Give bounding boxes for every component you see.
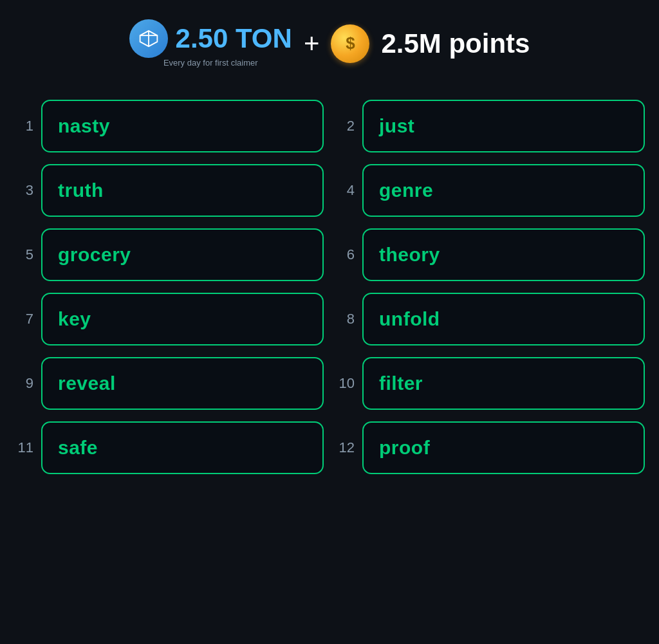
word-box[interactable]: truth	[41, 164, 324, 217]
ton-icon	[129, 19, 168, 58]
word-number: 3	[14, 182, 33, 199]
word-number: 4	[335, 182, 355, 199]
word-number: 2	[335, 118, 355, 134]
word-text: theory	[379, 244, 440, 265]
points-amount: 2.5M points	[381, 28, 530, 59]
word-row: 8unfold	[335, 293, 645, 345]
word-text: filter	[379, 373, 423, 394]
word-text: reveal	[58, 373, 116, 394]
word-row: 1nasty	[14, 100, 324, 152]
word-box[interactable]: nasty	[41, 100, 324, 152]
word-number: 7	[14, 311, 33, 327]
word-box[interactable]: key	[41, 293, 324, 345]
word-box[interactable]: safe	[41, 421, 324, 474]
word-text: key	[58, 308, 91, 329]
header: 2.50 TON Every day for first claimer + $…	[129, 19, 530, 68]
word-box[interactable]: just	[362, 100, 645, 152]
word-row: 5grocery	[14, 228, 324, 281]
ton-section: 2.50 TON Every day for first claimer	[129, 19, 292, 68]
word-box[interactable]: reveal	[41, 357, 324, 410]
word-box[interactable]: genre	[362, 164, 645, 217]
words-grid: 1nasty2just3truth4genre5grocery6theory7k…	[14, 100, 645, 474]
word-text: nasty	[58, 115, 110, 136]
word-row: 4genre	[335, 164, 645, 217]
word-row: 11safe	[14, 421, 324, 474]
word-number: 6	[335, 246, 355, 263]
word-row: 10filter	[335, 357, 645, 410]
ton-subtitle: Every day for first claimer	[163, 58, 258, 68]
word-row: 3truth	[14, 164, 324, 217]
word-number: 5	[14, 246, 33, 263]
word-row: 7key	[14, 293, 324, 345]
word-number: 9	[14, 375, 33, 392]
word-text: unfold	[379, 308, 440, 329]
word-number: 10	[335, 375, 355, 392]
word-row: 6theory	[335, 228, 645, 281]
word-number: 8	[335, 311, 355, 327]
word-box[interactable]: unfold	[362, 293, 645, 345]
word-text: grocery	[58, 244, 131, 265]
word-box[interactable]: theory	[362, 228, 645, 281]
word-text: truth	[58, 179, 104, 201]
word-number: 1	[14, 118, 33, 134]
word-box[interactable]: proof	[362, 421, 645, 474]
coin-icon: $	[331, 24, 369, 63]
word-row: 12proof	[335, 421, 645, 474]
word-box[interactable]: grocery	[41, 228, 324, 281]
word-box[interactable]: filter	[362, 357, 645, 410]
word-number: 11	[14, 439, 33, 456]
ton-amount: 2.50 TON	[176, 23, 292, 54]
word-row: 2just	[335, 100, 645, 152]
word-number: 12	[335, 439, 355, 456]
plus-sign: +	[304, 28, 320, 59]
word-text: safe	[58, 437, 98, 458]
dollar-symbol: $	[346, 33, 355, 53]
word-text: just	[379, 115, 414, 136]
word-text: genre	[379, 179, 433, 201]
word-row: 9reveal	[14, 357, 324, 410]
word-text: proof	[379, 437, 430, 458]
